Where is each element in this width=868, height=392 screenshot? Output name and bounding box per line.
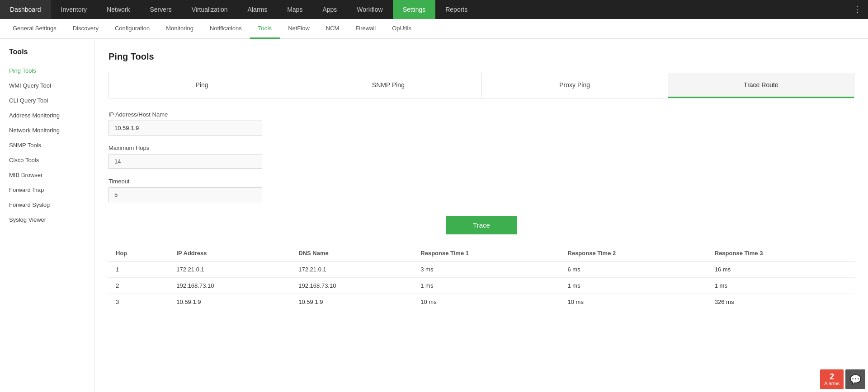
sidebar-item-forward-syslog[interactable]: Forward Syslog — [0, 197, 94, 212]
sidebar-item-forward-trap[interactable]: Forward Trap — [0, 182, 94, 197]
table-row: 310.59.1.910.59.1.910 ms10 ms326 ms — [108, 294, 854, 310]
hops-form-group: Maximum Hops — [108, 145, 854, 169]
nav-maps[interactable]: Maps — [277, 0, 312, 19]
alarm-label: Alarms — [824, 381, 840, 386]
sidebar-item-syslog-viewer[interactable]: Syslog Viewer — [0, 212, 94, 227]
sidebar: Tools Ping Tools WMI Query Tool CLI Quer… — [0, 39, 95, 392]
col-header-rt3: Response Time 3 — [708, 245, 854, 261]
subnav-discovery[interactable]: Discovery — [65, 19, 107, 39]
subnav-configuration[interactable]: Configuration — [107, 19, 158, 39]
tab-proxy-ping[interactable]: Proxy Ping — [482, 73, 668, 98]
sidebar-item-ping-tools[interactable]: Ping Tools — [0, 63, 94, 78]
nav-workflow[interactable]: Workflow — [347, 0, 392, 19]
sidebar-item-wmi-query[interactable]: WMI Query Tool — [0, 78, 94, 93]
col-header-rt2: Response Time 2 — [561, 245, 708, 261]
col-header-rt1: Response Time 1 — [413, 245, 560, 261]
alarm-badge[interactable]: 2 Alarms — [820, 369, 844, 389]
subnav-general-settings[interactable]: General Settings — [5, 19, 65, 39]
chat-badge[interactable]: 💬 — [845, 369, 865, 389]
subnav-monitoring[interactable]: Monitoring — [158, 19, 202, 39]
sidebar-item-address-monitoring[interactable]: Address Monitoring — [0, 108, 94, 123]
col-header-dns: DNS Name — [291, 245, 413, 261]
trace-button-row: Trace — [108, 216, 854, 234]
col-header-ip: IP Address — [169, 245, 291, 261]
tab-trace-route[interactable]: Trace Route — [668, 73, 854, 98]
subnav-oputils[interactable]: OpUtils — [384, 19, 420, 39]
timeout-label: Timeout — [108, 178, 854, 185]
subnav-firewall[interactable]: Firewall — [347, 19, 384, 39]
nav-inventory[interactable]: Inventory — [51, 0, 97, 19]
nav-more-options[interactable]: ⋮ — [847, 0, 868, 19]
bottom-badges: 2 Alarms 💬 — [817, 367, 868, 392]
hops-input[interactable] — [108, 154, 262, 169]
results-table: Hop IP Address DNS Name Response Time 1 … — [108, 245, 854, 310]
alarm-count: 2 — [830, 373, 834, 381]
nav-alarms[interactable]: Alarms — [238, 0, 278, 19]
hops-label: Maximum Hops — [108, 145, 854, 151]
sidebar-item-snmp-tools[interactable]: SNMP Tools — [0, 138, 94, 153]
nav-reports[interactable]: Reports — [435, 0, 477, 19]
sidebar-item-cli-query[interactable]: CLI Query Tool — [0, 93, 94, 108]
subnav-notifications[interactable]: Notifications — [202, 19, 250, 39]
chat-icon: 💬 — [850, 374, 861, 385]
subnav-ncm[interactable]: NCM — [318, 19, 348, 39]
ip-form-group: IP Address/Host Name — [108, 111, 854, 135]
main-layout: Tools Ping Tools WMI Query Tool CLI Quer… — [0, 39, 868, 392]
timeout-form-group: Timeout — [108, 178, 854, 202]
timeout-input[interactable] — [108, 187, 262, 202]
table-row: 2192.168.73.10192.168.73.101 ms1 ms1 ms — [108, 278, 854, 294]
sidebar-title: Tools — [0, 48, 94, 63]
trace-button[interactable]: Trace — [446, 216, 517, 234]
subnav-netflow[interactable]: NetFlow — [280, 19, 318, 39]
tab-snmp-ping[interactable]: SNMP Ping — [295, 73, 481, 98]
sub-nav: General Settings Discovery Configuration… — [0, 19, 868, 39]
tab-ping[interactable]: Ping — [109, 73, 295, 98]
nav-servers[interactable]: Servers — [140, 0, 181, 19]
tool-tabs: Ping SNMP Ping Proxy Ping Trace Route — [108, 73, 854, 98]
col-header-hop: Hop — [108, 245, 169, 261]
sidebar-item-cisco-tools[interactable]: Cisco Tools — [0, 153, 94, 168]
ip-label: IP Address/Host Name — [108, 111, 854, 118]
sidebar-item-mib-browser[interactable]: MIB Browser — [0, 168, 94, 182]
nav-dashboard[interactable]: Dashboard — [0, 0, 51, 19]
nav-settings[interactable]: Settings — [393, 0, 436, 19]
table-row: 1172.21.0.1172.21.0.13 ms6 ms16 ms — [108, 261, 854, 278]
nav-apps[interactable]: Apps — [312, 0, 347, 19]
page-title: Ping Tools — [108, 51, 854, 62]
nav-network[interactable]: Network — [97, 0, 140, 19]
table-header-row: Hop IP Address DNS Name Response Time 1 … — [108, 245, 854, 261]
subnav-tools[interactable]: Tools — [250, 19, 280, 39]
top-nav: Dashboard Inventory Network Servers Virt… — [0, 0, 868, 19]
nav-virtualization[interactable]: Virtualization — [182, 0, 238, 19]
main-content: Ping Tools Ping SNMP Ping Proxy Ping Tra… — [95, 39, 868, 392]
sidebar-item-network-monitoring[interactable]: Network Monitoring — [0, 123, 94, 138]
ip-input[interactable] — [108, 121, 262, 135]
